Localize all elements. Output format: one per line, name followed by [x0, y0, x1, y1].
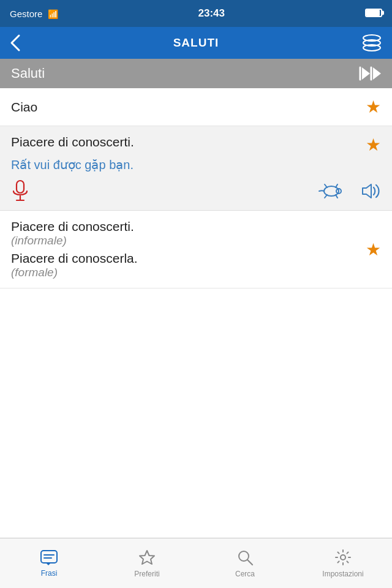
- star-button-multi[interactable]: ★: [366, 239, 381, 260]
- variant1-label: (informale): [11, 234, 366, 247]
- expanded-main-text: Piacere di conoscerti.: [11, 135, 134, 149]
- status-bar: Gestore 📶 23:43: [0, 0, 392, 27]
- star-button-expanded[interactable]: ★: [366, 135, 381, 155]
- svg-marker-16: [363, 184, 371, 198]
- svg-rect-17: [41, 551, 57, 563]
- svg-marker-21: [140, 551, 154, 564]
- tab-frasi-label: Frasi: [41, 569, 58, 578]
- nav-bar: SALUTI: [0, 27, 392, 59]
- multi-text-block: Piacere di conoscerti. (informale) Piace…: [11, 219, 366, 279]
- svg-line-12: [325, 184, 327, 187]
- svg-line-14: [336, 184, 337, 187]
- multi-item: Piacere di conoscerti. (informale) Piace…: [0, 211, 392, 288]
- section-title: Saluti: [11, 66, 45, 81]
- tab-preferiti-label: Preferiti: [134, 570, 159, 578]
- mic-button[interactable]: [11, 179, 29, 203]
- svg-marker-6: [373, 67, 381, 80]
- clock: 23:43: [198, 7, 225, 20]
- expanded-item: Piacere di conoscerti. ★ Rất vui được gặ…: [0, 126, 392, 211]
- tab-impostazioni[interactable]: Impostazioni: [294, 538, 392, 588]
- tab-cerca-label: Cerca: [235, 570, 255, 578]
- svg-line-15: [336, 195, 337, 198]
- back-button[interactable]: [10, 34, 37, 52]
- svg-marker-5: [362, 67, 370, 80]
- section-header: Saluti: [0, 59, 392, 88]
- svg-line-23: [247, 560, 252, 565]
- expanded-translation: Rất vui được gặp bạn.: [11, 157, 381, 172]
- list-item-ciao: Ciao ★: [0, 88, 392, 126]
- tab-impostazioni-label: Impostazioni: [322, 570, 363, 578]
- tab-preferiti[interactable]: Preferiti: [98, 538, 196, 588]
- tab-frasi[interactable]: Frasi: [0, 538, 98, 588]
- slow-speed-button[interactable]: [318, 183, 344, 200]
- svg-rect-7: [17, 181, 24, 193]
- svg-line-13: [325, 195, 327, 198]
- variant1-text: Piacere di conoscerti.: [11, 219, 366, 234]
- svg-marker-20: [46, 563, 51, 565]
- wifi-icon: 📶: [48, 9, 58, 19]
- layers-button[interactable]: [355, 34, 382, 52]
- expanded-actions: [11, 179, 381, 203]
- content-area: Ciao ★ Piacere di conoscerti. ★ Rất vui …: [0, 88, 392, 288]
- audio-button[interactable]: [359, 182, 381, 200]
- star-button-ciao[interactable]: ★: [366, 97, 381, 117]
- nav-title: SALUTI: [173, 36, 219, 50]
- variant2-label: (formale): [11, 266, 366, 279]
- action-icons-right: [318, 182, 381, 200]
- variant2-text: Piacere di conoscerla.: [11, 251, 366, 266]
- item-text-ciao: Ciao: [11, 100, 37, 115]
- tab-bar: Frasi Preferiti Cerca Impostazioni: [0, 538, 392, 588]
- carrier-text: Gestore 📶: [10, 9, 58, 19]
- tab-cerca[interactable]: Cerca: [196, 538, 294, 588]
- battery-indicator: [365, 9, 382, 19]
- svg-point-24: [341, 555, 345, 560]
- play-all-button[interactable]: [359, 65, 381, 82]
